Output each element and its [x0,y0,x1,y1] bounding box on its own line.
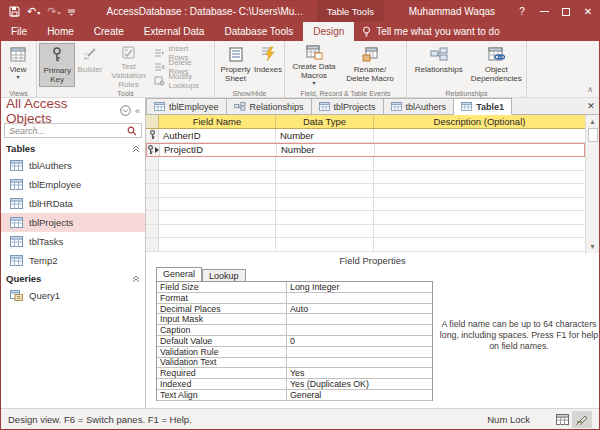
doc-tab-label: Table1 [476,102,504,112]
col-header-description[interactable]: Description (Optional) [374,115,585,128]
property-sheet-button[interactable]: Property Sheet [217,43,254,87]
grid-vertical-scrollbar[interactable]: ▲ ▼ [585,115,599,253]
scroll-down-icon[interactable]: ▼ [586,240,600,253]
field-name-cell[interactable]: AutherID [159,129,276,142]
help-button[interactable]: ? [511,6,533,17]
primary-key-icon [51,46,63,64]
shutter-bar-close-icon[interactable]: « [135,106,140,116]
property-label: Validation Rule [157,347,287,357]
scroll-up-icon[interactable]: ▲ [586,115,600,128]
nav-search-box[interactable]: Search... [4,123,142,138]
create-data-macros-button[interactable]: Create Data Macros ▾ [287,43,341,87]
modify-lookups-button[interactable]: Modify Lookups [152,74,212,87]
search-icon[interactable] [127,126,137,136]
collapse-ribbon-icon[interactable]: ∧ [587,85,593,94]
property-sheet-icon [229,45,243,63]
empty-field-row[interactable] [146,211,585,225]
design-view-button[interactable] [572,411,592,428]
tab-file[interactable]: File [1,22,37,41]
sidebar-item-tbltasks[interactable]: tblTasks [1,232,145,251]
sidebar-item-tblauthers[interactable]: tblAuthers [1,156,145,175]
sidebar-item-query1[interactable]: Query1 [1,286,145,305]
doc-tab-tblemployee[interactable]: tblEmployee [146,98,227,114]
property-value[interactable]: Yes [287,368,432,378]
field-name-cell[interactable]: ProjectID [160,144,277,157]
maximize-button[interactable] [555,1,577,22]
test-validation-rules-button[interactable]: Test Validation Rules [105,43,153,87]
empty-field-row[interactable] [146,157,585,171]
view-button[interactable]: View ▾ [3,43,33,87]
property-value[interactable] [287,314,432,324]
primary-key-button[interactable]: Primary Key [39,43,75,87]
tab-create[interactable]: Create [84,22,134,41]
property-value[interactable] [287,347,432,357]
data-type-cell[interactable]: Number [276,129,374,142]
close-button[interactable]: ✕ [577,1,599,22]
indexes-label: Indexes [254,65,282,74]
window-title: AccessDatabase : Database- C:\Users\Mu..… [106,6,302,17]
sidebar-item-tblemployee[interactable]: tblEmployee [1,175,145,194]
property-value[interactable]: 0 [287,336,432,346]
tables-group-header[interactable]: Tables [1,140,145,156]
property-value[interactable] [287,358,432,368]
title-bar-right: Muhammad Waqas ? ✕ [409,1,599,22]
sidebar-item-tblprojects[interactable]: tblProjects [1,213,145,232]
indexes-button[interactable]: Indexes [254,43,282,87]
doc-tab-table1[interactable]: Table1 [454,98,512,115]
tell-me-box[interactable]: Tell me what you want to do [354,22,507,41]
relationships-button[interactable]: Relationships [409,43,468,87]
indexes-icon [261,45,275,63]
property-value[interactable]: General [287,390,432,400]
sidebar-item-label: tblTasks [29,236,63,247]
description-cell[interactable] [375,144,584,157]
data-type-cell[interactable]: Number [277,144,375,157]
tab-home[interactable]: Home [37,22,84,41]
undo-button[interactable]: ↶▾ [27,6,40,17]
user-name[interactable]: Muhammad Waqas [409,6,495,17]
empty-field-row[interactable] [146,198,585,212]
row-selector[interactable] [146,129,159,142]
context-tab-group[interactable]: Table Tools [317,1,384,22]
view-label: View [9,65,26,74]
doc-tab-tblprojects[interactable]: tblProjects [312,98,384,114]
sidebar-item-tblhrdata[interactable]: tblHRData [1,194,145,213]
row-selector-current[interactable] [147,144,160,157]
object-dependencies-button[interactable]: Object Dependencies [468,43,524,87]
nav-pane-header: All Access Objects « [1,98,145,123]
property-value[interactable] [287,293,432,303]
ribbon-tab-bar: File Home Create External Data Database … [1,22,599,41]
queries-group-header[interactable]: Queries [1,270,145,286]
rename-delete-macro-button[interactable]: Rename/ Delete Macro [341,43,399,87]
col-header-data-type[interactable]: Data Type [276,115,374,128]
close-document-icon[interactable]: ✕ [583,98,599,114]
col-header-field-name[interactable]: Field Name [159,115,276,128]
property-value[interactable]: Yes (Duplicates OK) [287,379,432,389]
sidebar-item-temp2[interactable]: Temp2 [1,251,145,270]
datasheet-view-button[interactable] [552,411,572,428]
num-lock-indicator: Num Lock [487,414,530,425]
doc-tab-tblauthers[interactable]: tblAuthers [384,98,455,114]
description-cell[interactable] [374,129,585,142]
property-row: Format [157,293,432,304]
nav-pane-menu-icon[interactable] [120,105,131,116]
empty-field-row[interactable] [146,238,585,252]
property-value[interactable]: Auto [287,304,432,314]
tab-design[interactable]: Design [303,22,354,41]
tab-external-data[interactable]: External Data [134,22,215,41]
builder-button[interactable]: Builder [75,43,104,87]
doc-tab-relationships[interactable]: Relationships [227,98,312,114]
scrollbar-thumb[interactable] [588,128,598,142]
empty-field-row[interactable] [146,225,585,239]
customize-qat-button[interactable] [67,7,76,16]
tab-database-tools[interactable]: Database Tools [214,22,303,41]
tab-general[interactable]: General [156,267,202,281]
tab-lookup[interactable]: Lookup [202,269,246,281]
redo-button[interactable]: ↷▾ [47,6,60,17]
save-icon[interactable] [9,6,20,17]
property-value[interactable]: Long Integer [287,282,432,292]
property-value[interactable] [287,325,432,335]
empty-field-row[interactable] [146,184,585,198]
empty-field-row[interactable] [146,171,585,185]
minimize-button[interactable] [533,1,555,22]
queries-group-label: Queries [6,273,41,284]
